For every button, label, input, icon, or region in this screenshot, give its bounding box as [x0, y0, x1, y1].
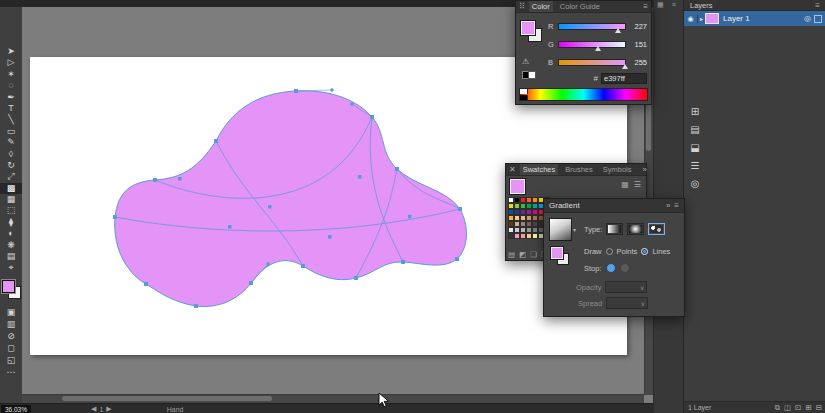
- gradient-tool[interactable]: ▩: [0, 183, 22, 194]
- artboard-navigation[interactable]: ◀ 1 ▶: [91, 405, 112, 413]
- horizontal-scrollbar-thumb[interactable]: [62, 396, 272, 401]
- gamut-warning-icon[interactable]: ⚠: [522, 57, 529, 66]
- list-view-icon[interactable]: ☰: [634, 180, 641, 189]
- gradient-stop[interactable]: [606, 263, 616, 273]
- graph-tool[interactable]: ▤: [0, 251, 22, 262]
- red-slider-thumb[interactable]: [615, 28, 621, 33]
- rectangle-tool[interactable]: ▭: [0, 126, 22, 137]
- color-spectrum-bar[interactable]: [519, 88, 648, 101]
- fill-swatch[interactable]: [521, 21, 535, 35]
- new-sublayer-icon[interactable]: ⊡: [795, 403, 801, 413]
- selected-swatch[interactable]: [510, 179, 525, 194]
- mesh-tool[interactable]: ▦: [0, 194, 22, 205]
- white-chip[interactable]: [528, 71, 536, 79]
- collapse-panel-icon[interactable]: »: [666, 201, 670, 210]
- prev-artboard-icon[interactable]: ◀: [91, 405, 96, 413]
- zoom-level[interactable]: 36.03%: [1, 405, 31, 413]
- radial-gradient-button[interactable]: [627, 223, 644, 235]
- scale-tool[interactable]: ⤢: [0, 171, 22, 182]
- green-slider-thumb[interactable]: [595, 46, 601, 51]
- blue-slider[interactable]: [558, 59, 626, 66]
- direct-selection-tool[interactable]: ▷: [0, 57, 22, 68]
- close-panel-icon[interactable]: ✕: [509, 165, 516, 174]
- lines-label[interactable]: Lines: [652, 247, 670, 256]
- layer-row[interactable]: ◉ ▸ Layer 1 ◎: [684, 11, 825, 26]
- pathfinder-panel-icon[interactable]: ⬓: [690, 141, 699, 154]
- gradient-mode-icon[interactable]: ▥: [0, 319, 22, 331]
- edit-toolbar-icon[interactable]: ⋯: [0, 367, 22, 379]
- target-icon[interactable]: ◎: [804, 14, 811, 23]
- black-white-chips[interactable]: [522, 71, 534, 78]
- swatch-libraries-icon[interactable]: ▤: [508, 250, 515, 259]
- delete-layer-icon[interactable]: ⊟: [816, 403, 822, 413]
- none-mode-icon[interactable]: ⊘: [0, 331, 22, 343]
- color-themes-icon[interactable]: ◩: [519, 250, 526, 259]
- paintbrush-tool[interactable]: ✎: [0, 137, 22, 148]
- make-mask-icon[interactable]: ◫: [784, 403, 791, 413]
- blue-slider-thumb[interactable]: [622, 64, 628, 69]
- points-radio[interactable]: [606, 248, 613, 255]
- expand-layer-icon[interactable]: ▸: [700, 15, 703, 22]
- opacity-select[interactable]: ∨: [605, 281, 647, 293]
- points-label[interactable]: Points: [617, 247, 638, 256]
- lines-radio[interactable]: [641, 248, 648, 255]
- blue-value[interactable]: 255: [629, 58, 647, 67]
- symbol-sprayer-tool[interactable]: ❋: [0, 240, 22, 251]
- green-value[interactable]: 151: [629, 40, 647, 49]
- pen-tool[interactable]: ✒: [0, 92, 22, 103]
- line-segment-tool[interactable]: ╲: [0, 114, 22, 125]
- white-end-chip[interactable]: [520, 89, 528, 94]
- layers-panel-menu-icon[interactable]: ≡: [815, 1, 820, 10]
- blend-tool[interactable]: ◐: [0, 228, 22, 239]
- visibility-toggle-icon[interactable]: ◉: [684, 15, 698, 23]
- tab-color-guide[interactable]: Color Guide: [557, 1, 603, 12]
- layer-name[interactable]: Layer 1: [723, 14, 804, 23]
- drawing-mode-icon[interactable]: ◻: [0, 343, 22, 355]
- screen-mode-icon[interactable]: ◱: [0, 355, 22, 367]
- eraser-tool[interactable]: ◊: [0, 149, 22, 160]
- gradient-stop-inactive[interactable]: [620, 263, 630, 273]
- transform-panel-icon[interactable]: ⊞: [691, 105, 699, 118]
- color-panel-menu-icon[interactable]: ≡: [643, 2, 648, 11]
- appearance-panel-icon[interactable]: ▤: [690, 123, 699, 136]
- gradient-fill-stroke-widget[interactable]: [551, 247, 571, 267]
- stroke-panel-icon[interactable]: ☰: [691, 159, 700, 172]
- eyedropper-tool[interactable]: ⧫: [0, 217, 22, 228]
- red-slider[interactable]: [558, 23, 626, 30]
- red-value[interactable]: 227: [629, 22, 647, 31]
- tab-symbols[interactable]: Symbols: [600, 164, 635, 175]
- gradient-panel-icon[interactable]: ◎: [691, 177, 700, 190]
- new-layer-icon[interactable]: ⊞: [805, 403, 811, 413]
- color-fill-stroke-widget[interactable]: [521, 21, 543, 43]
- magic-wand-tool[interactable]: ✶: [0, 69, 22, 80]
- freeform-gradient-button[interactable]: [648, 223, 665, 235]
- linear-gradient-button[interactable]: [606, 223, 623, 235]
- tab-layers[interactable]: Layers: [690, 1, 713, 10]
- tab-swatches[interactable]: Swatches: [520, 164, 559, 175]
- spread-select[interactable]: ∨: [606, 297, 648, 309]
- horizontal-scrollbar[interactable]: [22, 394, 644, 403]
- tab-brushes[interactable]: Brushes: [562, 164, 596, 175]
- car-shape[interactable]: [115, 91, 467, 307]
- hex-input[interactable]: [601, 73, 647, 84]
- type-tool[interactable]: T: [0, 103, 22, 114]
- collapse-panel-icon[interactable]: »: [643, 165, 647, 174]
- free-transform-tool[interactable]: ⬚: [0, 205, 22, 216]
- next-artboard-icon[interactable]: ▶: [106, 405, 111, 413]
- color-mode-icon[interactable]: ▣: [0, 307, 22, 319]
- fill-stroke-widget[interactable]: [2, 280, 21, 299]
- gradient-preview[interactable]: [549, 218, 572, 241]
- thumbnail-view-icon[interactable]: ▦: [621, 180, 629, 189]
- swatch-kinds-icon[interactable]: ❏: [530, 250, 537, 259]
- tab-color[interactable]: Color: [529, 1, 553, 12]
- green-slider[interactable]: [558, 41, 626, 48]
- black-end-chip[interactable]: [520, 95, 528, 100]
- rotate-tool[interactable]: ↻: [0, 160, 22, 171]
- gradient-preview-dropdown-icon[interactable]: ▾: [573, 226, 576, 233]
- lasso-tool[interactable]: ◌: [0, 80, 22, 91]
- gradient-panel-menu-icon[interactable]: ≡: [674, 201, 679, 210]
- collect-for-export-icon[interactable]: ⧉: [775, 403, 780, 413]
- dock-menu-icon[interactable]: ≡: [672, 1, 676, 9]
- spectrum-end-chips[interactable]: [520, 89, 527, 100]
- expand-panels-icon[interactable]: ▦: [657, 1, 664, 9]
